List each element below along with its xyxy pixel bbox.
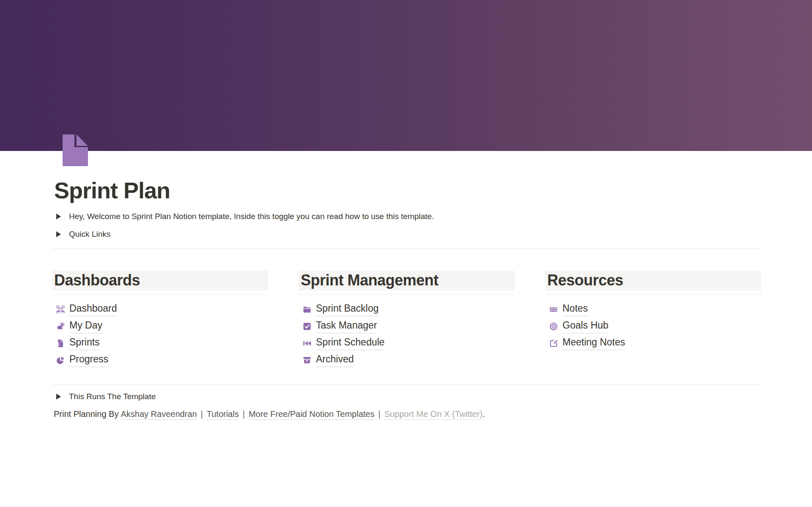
edit-icon bbox=[549, 338, 559, 348]
credit-link-templates[interactable]: More Free/Paid Notion Templates bbox=[249, 409, 375, 420]
toggle-welcome-label: Hey, Welcome to Sprint Plan Notion templ… bbox=[69, 212, 434, 221]
list-item: Sprint Backlog bbox=[299, 301, 515, 318]
pie-chart-icon bbox=[55, 355, 66, 365]
page-link-label: Task Manager bbox=[316, 320, 377, 333]
toggle-runs-template-label: This Runs The Template bbox=[69, 392, 156, 401]
page-link-label: My Day bbox=[69, 320, 102, 333]
credit-link-support[interactable]: Support Me On X (Twitter) bbox=[384, 409, 483, 420]
checkbox-icon bbox=[302, 321, 312, 332]
list-item: Notes bbox=[545, 301, 761, 318]
document-with-folded-corner-icon bbox=[63, 134, 88, 166]
list-item: Goals Hub bbox=[545, 318, 761, 335]
column-divider bbox=[299, 294, 515, 295]
column-heading-sprint-management: Sprint Management bbox=[299, 271, 515, 290]
sun-cloud-icon bbox=[55, 321, 66, 332]
page-link-notes[interactable]: Notes bbox=[545, 303, 588, 316]
column-divider bbox=[52, 294, 268, 295]
archive-icon bbox=[302, 355, 312, 365]
page-link-meeting-notes[interactable]: Meeting Notes bbox=[545, 337, 625, 350]
credits: Print Planning ByAkshay Raveendran|Tutor… bbox=[54, 408, 761, 420]
list-item: Meeting Notes bbox=[545, 335, 761, 352]
command-icon bbox=[55, 304, 66, 315]
keyboard-icon bbox=[549, 304, 559, 315]
document-icon bbox=[55, 338, 66, 348]
page-link-progress[interactable]: Progress bbox=[52, 354, 108, 367]
page-link-task-manager[interactable]: Task Manager bbox=[299, 320, 377, 333]
section-divider-top bbox=[52, 249, 761, 249]
toggle-triangle-icon bbox=[56, 394, 61, 400]
page-title: Sprint Plan bbox=[54, 177, 761, 204]
credit-link-tutorials[interactable]: Tutorials bbox=[207, 409, 239, 420]
column-resources: Resources bbox=[545, 271, 761, 352]
list-item: Task Manager bbox=[299, 318, 515, 335]
credits-separator: | bbox=[243, 409, 245, 419]
page-link-my-day[interactable]: My Day bbox=[52, 320, 102, 333]
page-link-label: Progress bbox=[69, 354, 108, 367]
toggle-triangle-icon bbox=[56, 231, 61, 237]
toggle-quick-links-label: Quick Links bbox=[69, 230, 110, 239]
list-item: Dashboard bbox=[52, 301, 268, 318]
page-link-sprint-schedule[interactable]: Sprint Schedule bbox=[299, 337, 384, 350]
list-item: Archived bbox=[299, 352, 515, 369]
rewind-icon bbox=[302, 338, 312, 348]
toggle-triangle-icon bbox=[56, 214, 61, 219]
columns-container: Dashboards Dashboard bbox=[52, 271, 761, 369]
page-body: Sprint Plan Hey, Welcome to Sprint Plan … bbox=[0, 177, 812, 420]
page-icon[interactable] bbox=[63, 134, 88, 166]
credits-suffix: . bbox=[483, 409, 485, 419]
toggle-welcome[interactable]: Hey, Welcome to Sprint Plan Notion templ… bbox=[52, 208, 761, 225]
target-icon bbox=[549, 321, 559, 332]
list-item: My Day bbox=[52, 318, 268, 335]
column-heading-dashboards: Dashboards bbox=[52, 271, 268, 290]
page-link-sprint-backlog[interactable]: Sprint Backlog bbox=[299, 303, 379, 316]
credits-separator: | bbox=[378, 409, 380, 419]
column-heading-resources: Resources bbox=[545, 271, 761, 290]
page-link-label: Archived bbox=[316, 354, 354, 367]
list-item: Sprint Schedule bbox=[299, 335, 515, 352]
credits-prefix: Print Planning By bbox=[54, 409, 118, 419]
toggle-quick-links[interactable]: Quick Links bbox=[52, 225, 761, 243]
page-link-label: Sprint Schedule bbox=[316, 337, 384, 350]
list-item: Sprints bbox=[52, 335, 268, 352]
column-sprint-management: Sprint Management Sprint Backlog bbox=[299, 271, 515, 369]
section-divider-bottom bbox=[52, 384, 761, 385]
column-divider bbox=[545, 294, 761, 295]
list-item: Progress bbox=[52, 352, 268, 369]
page-link-label: Notes bbox=[562, 303, 588, 316]
credit-link-author[interactable]: Akshay Raveendran bbox=[121, 409, 197, 420]
toggle-runs-template[interactable]: This Runs The Template bbox=[52, 390, 761, 403]
page-link-label: Meeting Notes bbox=[562, 337, 625, 350]
page-link-label: Dashboard bbox=[69, 303, 117, 316]
page-link-archived[interactable]: Archived bbox=[299, 354, 354, 367]
page-link-label: Goals Hub bbox=[562, 320, 609, 333]
credits-separator: | bbox=[201, 409, 203, 419]
page-link-dashboard[interactable]: Dashboard bbox=[52, 303, 117, 316]
cover-image bbox=[0, 0, 812, 151]
column-dashboards: Dashboards Dashboard bbox=[52, 271, 268, 369]
page-link-sprints[interactable]: Sprints bbox=[52, 337, 100, 350]
folder-icon bbox=[302, 304, 312, 315]
page-link-goals-hub[interactable]: Goals Hub bbox=[545, 320, 609, 333]
page-link-label: Sprint Backlog bbox=[316, 303, 379, 316]
page-link-label: Sprints bbox=[69, 337, 100, 350]
